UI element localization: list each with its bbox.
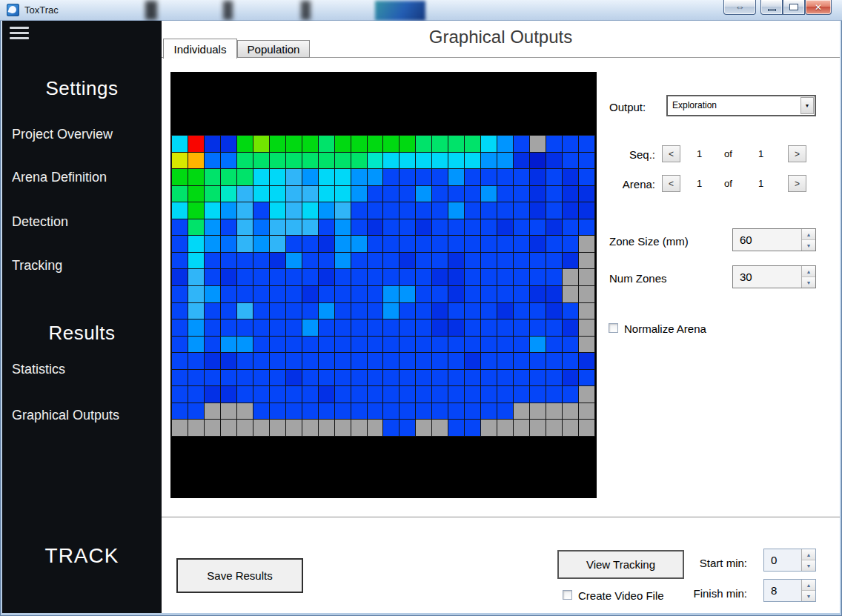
heatmap-cell [335, 420, 351, 436]
heatmap-cell [383, 353, 399, 369]
heatmap-cell [221, 202, 236, 219]
heatmap-cell [302, 153, 318, 169]
heatmap-cell [448, 269, 464, 285]
maximize-button[interactable] [783, 0, 805, 15]
heatmap-cell [448, 236, 464, 252]
heatmap-cell [546, 353, 562, 369]
hamburger-menu-icon[interactable] [10, 27, 30, 43]
spinner-up-icon[interactable]: ▲ [802, 266, 815, 277]
heatmap-cell [465, 319, 480, 336]
spinner-up-icon[interactable]: ▲ [802, 229, 815, 240]
heatmap-cell [237, 303, 253, 319]
heatmap-cell [270, 319, 285, 336]
sidebar-item-detection[interactable]: Detection [12, 214, 68, 230]
heatmap-cell [270, 337, 285, 353]
heatmap-cell [368, 386, 383, 403]
heatmap-cell [514, 303, 529, 319]
heatmap-cell [270, 353, 285, 369]
seq-prev-button[interactable]: < [662, 145, 680, 162]
num-zones-value: 30 [740, 271, 752, 283]
heatmap-cell [188, 386, 204, 403]
heatmap-cell [188, 370, 204, 386]
heatmap-cell [237, 236, 253, 252]
start-min-stepper[interactable]: 0 ▲ ▼ [763, 549, 816, 572]
spinner-down-icon[interactable]: ▼ [802, 277, 815, 288]
heatmap-cell [188, 219, 204, 236]
spinner-down-icon[interactable]: ▼ [802, 560, 815, 571]
heatmap-cell [579, 286, 594, 302]
sidebar-item-project-overview[interactable]: Project Overview [12, 127, 113, 142]
output-label: Output: [609, 101, 646, 113]
heatmap-cell [270, 202, 285, 219]
num-zones-stepper[interactable]: 30 ▲ ▼ [732, 265, 816, 288]
heatmap-cell [286, 403, 302, 420]
save-results-button[interactable]: Save Results [176, 558, 303, 593]
heatmap-cell [465, 370, 480, 386]
heatmap-cell [563, 353, 578, 369]
heatmap-cell [172, 403, 188, 420]
heatmap-cell [497, 202, 513, 219]
heatmap-cell [351, 253, 367, 269]
resize-icon[interactable]: ⇔ [723, 0, 756, 15]
heatmap-cell [400, 136, 415, 152]
heatmap-cell [368, 403, 383, 420]
heatmap-cell [579, 319, 594, 336]
heatmap-cell [205, 153, 220, 169]
heatmap-cell [530, 236, 546, 252]
seq-next-button[interactable]: > [788, 145, 806, 162]
heatmap-cell [465, 420, 480, 436]
heatmap-cell [172, 169, 188, 185]
heatmap-cell [481, 353, 497, 369]
sidebar-item-arena-definition[interactable]: Arena Definition [12, 170, 107, 185]
heatmap-cell [481, 169, 497, 185]
heatmap-cell [253, 353, 269, 369]
spinner-up-icon[interactable]: ▲ [802, 580, 815, 591]
sidebar-item-statistics[interactable]: Statistics [12, 362, 65, 377]
heatmap-cell [465, 353, 480, 369]
finish-min-stepper[interactable]: 8 ▲ ▼ [763, 579, 816, 602]
sidebar-heading-results: Results [2, 322, 162, 345]
heatmap-cell [432, 253, 448, 269]
arena-next-button[interactable]: > [788, 175, 806, 192]
normalize-arena-checkbox[interactable] [609, 323, 618, 333]
heatmap-cell [432, 202, 448, 219]
heatmap-cell [514, 386, 529, 403]
create-video-file-checkbox[interactable] [563, 590, 572, 600]
spinner-down-icon[interactable]: ▼ [802, 591, 815, 601]
sidebar-item-graphical-outputs[interactable]: Graphical Outputs [12, 408, 119, 423]
arena-prev-button[interactable]: < [662, 175, 680, 192]
track-button[interactable]: TRACK [2, 544, 162, 568]
heatmap-cell [497, 337, 513, 353]
heatmap-cell [253, 269, 269, 285]
heatmap-cell [237, 420, 253, 436]
heatmap-cell [253, 253, 269, 269]
heatmap-cell [448, 353, 464, 369]
heatmap-cell [481, 269, 497, 285]
chevron-down-icon[interactable]: ▼ [800, 97, 814, 114]
heatmap-cell [383, 136, 399, 152]
heatmap-cell [514, 403, 529, 420]
zone-size-stepper[interactable]: 60 ▲ ▼ [732, 228, 816, 251]
output-dropdown[interactable]: Exploration ▼ [666, 95, 816, 116]
heatmap-cell [432, 169, 448, 185]
heatmap-cell [416, 269, 431, 285]
heatmap-cell [302, 370, 318, 386]
heatmap-cell [481, 386, 497, 403]
heatmap-cell [579, 353, 594, 369]
heatmap-cell [253, 169, 269, 185]
spinner-up-icon[interactable]: ▲ [802, 549, 815, 560]
heatmap-cell [302, 169, 318, 185]
tab-individuals[interactable]: Individuals [163, 39, 237, 59]
heatmap-cell [286, 303, 302, 319]
heatmap-cell [563, 202, 578, 219]
heatmap-cell [546, 136, 562, 152]
close-button[interactable]: ✕ [805, 0, 832, 15]
tab-population[interactable]: Population [237, 40, 310, 58]
minimize-button[interactable] [760, 0, 783, 15]
heatmap-cell [579, 236, 594, 252]
spinner-down-icon[interactable]: ▼ [802, 240, 815, 251]
heatmap-cell [302, 420, 318, 436]
heatmap-cell [400, 186, 415, 202]
arena-of-label: of [724, 178, 732, 189]
sidebar-item-tracking[interactable]: Tracking [12, 258, 62, 274]
